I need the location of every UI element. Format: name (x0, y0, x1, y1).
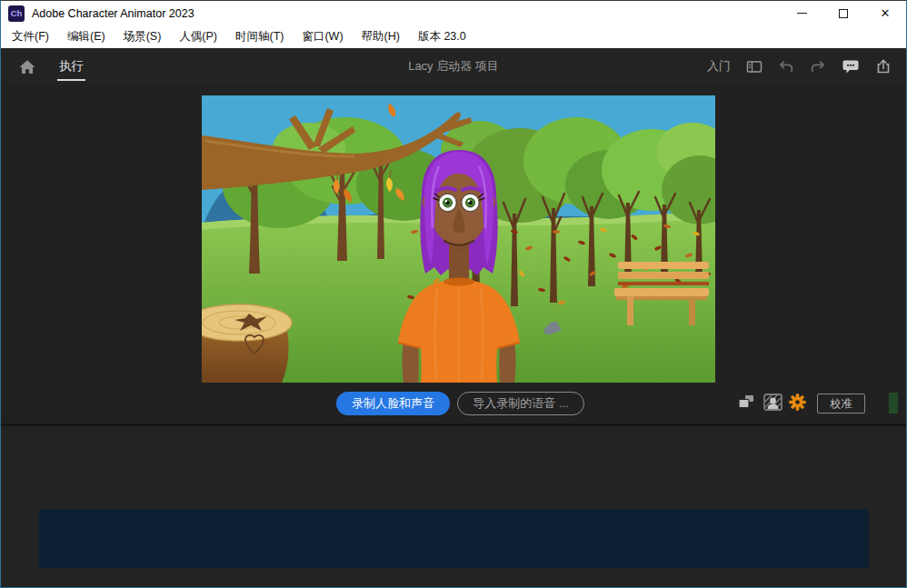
window-controls: ✕ (781, 1, 906, 25)
redo-button[interactable] (810, 59, 826, 74)
app-window: Ch Adobe Character Animator 2023 ✕ 文件(F)… (0, 0, 907, 588)
menubar: 文件(F) 编辑(E) 场景(S) 人偶(P) 时间轴(T) 窗口(W) 帮助(… (1, 25, 906, 48)
toolbar-right: 入门 (707, 58, 906, 75)
menu-item-scene[interactable]: 场景(S) (115, 26, 171, 47)
menu-item-version: 版本 23.0 (409, 26, 475, 47)
camera-input-icon (763, 394, 782, 411)
home-icon (18, 59, 36, 75)
stage-panel: 录制人脸和声音 导入录制的语音 ... (1, 85, 906, 424)
camera-input-button[interactable] (763, 394, 782, 414)
menu-item-help[interactable]: 帮助(H) (353, 26, 409, 47)
tab-perform-label: 执行 (59, 58, 84, 75)
project-title: Lacy 启动器 项目 (408, 58, 499, 75)
share-icon (875, 58, 892, 75)
undo-button[interactable] (778, 59, 794, 74)
maximize-icon (839, 9, 848, 18)
scene-stump (202, 304, 292, 383)
tab-perform[interactable]: 执行 (57, 48, 85, 85)
scene-panels-icon (737, 394, 755, 410)
feedback-button[interactable] (842, 58, 860, 75)
menu-item-window[interactable]: 窗口(W) (293, 26, 352, 47)
timeline-take-block[interactable] (39, 509, 869, 568)
app-logo-icon: Ch (8, 5, 25, 22)
share-button[interactable] (875, 58, 892, 75)
window-title: Adobe Character Animator 2023 (32, 7, 194, 20)
calibrate-button[interactable]: 校准 (817, 394, 865, 414)
getting-started-button[interactable]: 入门 (707, 58, 731, 75)
scene-panels-button[interactable] (737, 394, 755, 414)
minimize-button[interactable] (781, 1, 822, 25)
home-button[interactable] (18, 59, 36, 75)
menu-item-puppet[interactable]: 人偶(P) (170, 26, 226, 47)
stage-scene[interactable] (202, 95, 715, 383)
main-toolbar: 执行 Lacy 启动器 项目 入门 (1, 48, 906, 85)
stage-controls-row: 录制人脸和声音 导入录制的语音 ... (1, 392, 906, 417)
settings-gear-icon (788, 393, 807, 412)
titlebar: Ch Adobe Character Animator 2023 ✕ (1, 1, 906, 25)
workspace-switcher-icon (746, 60, 762, 74)
import-recorded-audio-button[interactable]: 导入录制的语音 ... (457, 392, 584, 415)
workspace-switcher-button[interactable] (746, 60, 762, 74)
undo-icon (778, 59, 794, 74)
menu-item-file[interactable]: 文件(F) (3, 26, 58, 47)
redo-icon (810, 59, 826, 74)
settings-button[interactable] (788, 393, 807, 415)
feedback-chat-icon (842, 58, 860, 75)
record-face-audio-button[interactable]: 录制人脸和声音 (336, 392, 450, 415)
minimize-icon (797, 13, 807, 14)
menu-item-timeline[interactable]: 时间轴(T) (226, 26, 293, 47)
close-icon: ✕ (881, 7, 891, 19)
close-button[interactable]: ✕ (864, 1, 906, 25)
menu-item-edit[interactable]: 编辑(E) (58, 26, 115, 47)
mic-level-meter (889, 393, 898, 414)
timeline-panel (1, 426, 906, 587)
maximize-button[interactable] (822, 1, 864, 25)
